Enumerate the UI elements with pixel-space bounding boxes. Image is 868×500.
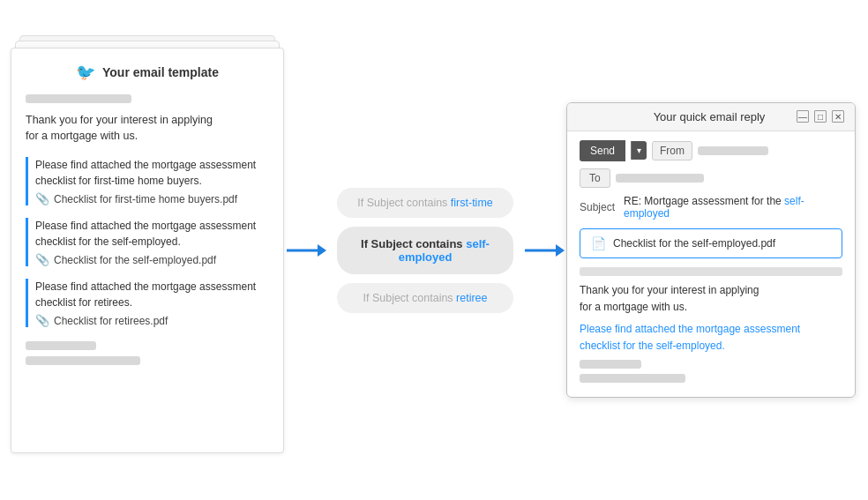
template-intro: Thank you for your interest in applying … [26,112,269,146]
attachment-icon-retirees: 📎 [35,314,49,327]
main-container: 🐦 Your email template Thank you for your… [11,12,857,489]
condition-selfemployed[interactable]: If Subject contains self-employed [337,227,513,274]
template-title: 🐦 Your email template [26,63,269,82]
to-value-bar [616,174,704,183]
email-reply-window: Your quick email reply — □ ✕ Send ▾ From… [566,102,856,399]
send-dropdown-button[interactable]: ▾ [631,141,647,160]
to-label: To [580,168,610,188]
arrow-2 [525,242,565,259]
arrow-1 [287,242,326,259]
email-subject-row: Subject RE: Mortgage assessment for the … [580,195,842,220]
attachment-filename-firsttime: Checklist for first-time home buyers.pdf [54,193,237,205]
email-body-intro: Thank you for your interest in applying … [580,282,842,316]
window-maximize[interactable]: □ [814,110,827,123]
template-attachment-firsttime: 📎 Checklist for first-time home buyers.p… [35,192,269,205]
window-controls: — □ ✕ [797,110,844,123]
email-to-row: To [580,168,842,188]
attachment-box[interactable]: 📄 Checklist for the self-employed.pdf [580,228,842,258]
attachment-icon-selfemployed: 📎 [35,253,49,266]
template-block-firsttime-text: Please find attached the mortgage assess… [35,157,269,189]
email-footer-bar-2 [580,374,685,383]
window-close[interactable]: ✕ [832,110,844,123]
attachment-icon-firsttime: 📎 [35,192,49,205]
email-footer-bar-1 [580,360,641,369]
send-button[interactable]: Send [580,140,625,161]
condition-firsttime-highlight: first-time [451,197,493,209]
from-value-bar [698,146,768,155]
email-body-link: Please find attached the mortgage assess… [580,321,842,354]
email-send-row: Send ▾ From [580,140,842,161]
attachment-box-icon: 📄 [591,236,606,250]
template-attachment-selfemployed: 📎 Checklist for the self-employed.pdf [35,253,269,266]
template-card-wrapper: 🐦 Your email template Thank you for your… [11,48,284,453]
condition-firsttime-label: If Subject contains [357,197,451,209]
email-window-body: Send ▾ From To Subject RE: Mortgage asse… [567,131,855,398]
subject-label: Subject [580,201,618,213]
arrow-1-container [284,242,328,259]
condition-firsttime[interactable]: If Subject contains first-time [337,188,513,218]
template-footer-bars [26,341,269,365]
subject-text: RE: Mortgage assessment for the [624,195,784,207]
template-block-retirees-text: Please find attached the mortgage assess… [35,279,269,310]
email-template-card: 🐦 Your email template Thank you for your… [11,48,284,453]
email-body-placeholder-top [580,267,842,276]
attachment-filename-selfemployed: Checklist for the self-employed.pdf [54,254,216,266]
from-label: From [652,141,692,160]
attachment-filename-retirees: Checklist for retirees.pdf [54,315,168,327]
template-block-selfemployed-text: Please find attached the mortgage assess… [35,218,269,250]
window-minimize[interactable]: — [797,110,809,123]
condition-retiree-label: If Subject contains [363,292,456,304]
email-window-titlebar: Your quick email reply — □ ✕ [567,103,855,131]
template-icon: 🐦 [76,63,95,82]
condition-retiree[interactable]: If Subject contains retiree [337,283,513,313]
attachment-box-filename: Checklist for the self-employed.pdf [613,237,775,250]
template-title-text: Your email template [102,65,219,79]
footer-bar-1 [26,341,96,350]
condition-selfemployed-label: If Subject contains [361,237,466,250]
template-block-firsttime: Please find attached the mortgage assess… [26,157,269,205]
subject-value: RE: Mortgage assessment for the self-emp… [624,195,842,220]
template-attachment-retirees: 📎 Checklist for retirees.pdf [35,314,269,327]
template-placeholder-bar [26,94,131,103]
footer-bar-2 [26,356,140,365]
email-window-title: Your quick email reply [622,110,797,123]
template-block-retirees: Please find attached the mortgage assess… [26,279,269,327]
template-block-selfemployed: Please find attached the mortgage assess… [26,218,269,266]
condition-retiree-highlight: retiree [456,292,487,304]
arrow-2-container [522,242,566,259]
conditions-panel: If Subject contains first-time If Subjec… [337,188,513,313]
